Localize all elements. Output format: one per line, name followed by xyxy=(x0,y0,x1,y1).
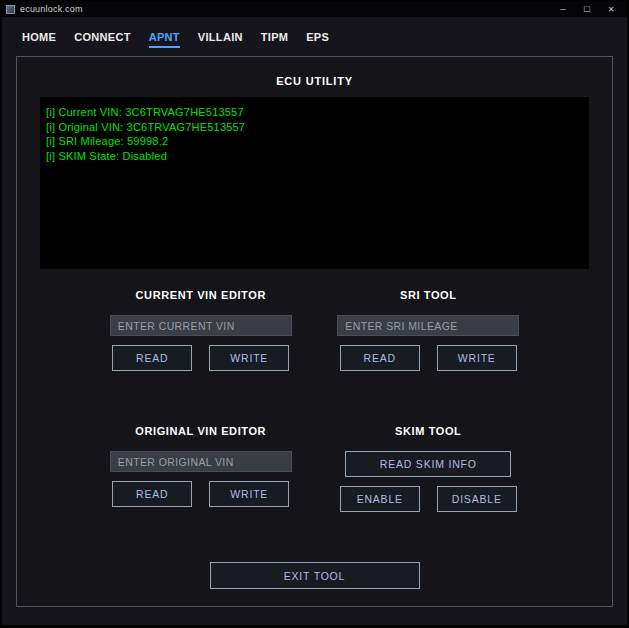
close-button[interactable]: ✕ xyxy=(599,2,623,16)
current-vin-editor-section: CURRENT VIN EDITOR READ WRITE xyxy=(87,289,315,371)
original-vin-editor-title: ORIGINAL VIN EDITOR xyxy=(135,425,266,437)
original-vin-read-button[interactable]: READ xyxy=(112,481,192,507)
tab-villain[interactable]: VILLAIN xyxy=(198,31,243,48)
sri-write-button[interactable]: WRITE xyxy=(437,345,517,371)
skim-tool-title: SKIM TOOL xyxy=(395,425,461,437)
tab-eps[interactable]: EPS xyxy=(306,31,329,48)
console-line-skim-state: [i] SKIM State: Disabled xyxy=(46,149,583,164)
tab-apnt[interactable]: APNT xyxy=(149,31,180,48)
sri-read-button[interactable]: READ xyxy=(340,345,420,371)
original-vin-editor-section: ORIGINAL VIN EDITOR READ WRITE xyxy=(87,425,315,512)
app-icon xyxy=(6,5,15,14)
skim-enable-button[interactable]: ENABLE xyxy=(340,486,420,512)
console-output: [i] Current VIN: 3C6TRVAG7HE513557 [i] O… xyxy=(40,97,589,269)
sri-tool-title: SRI TOOL xyxy=(400,289,457,301)
ecu-utility-panel: ECU UTILITY [i] Current VIN: 3C6TRVAG7HE… xyxy=(16,56,613,607)
exit-tool-button[interactable]: EXIT TOOL xyxy=(210,562,420,589)
console-line-original-vin: [i] Original VIN: 3C6TRVAG7HE513557 xyxy=(46,120,583,135)
title-bar[interactable]: ecuunlock.com ─ ☐ ✕ xyxy=(2,1,627,17)
panel-title: ECU UTILITY xyxy=(17,75,612,87)
sri-tool-section: SRI TOOL READ WRITE xyxy=(315,289,543,371)
sri-mileage-input[interactable] xyxy=(337,315,519,336)
original-vin-input[interactable] xyxy=(110,451,292,472)
original-vin-write-button[interactable]: WRITE xyxy=(209,481,289,507)
app-window: ecuunlock.com ─ ☐ ✕ HOME CONNECT APNT VI… xyxy=(1,0,628,626)
current-vin-read-button[interactable]: READ xyxy=(112,345,192,371)
read-skim-info-button[interactable]: READ SKIM INFO xyxy=(345,451,511,477)
maximize-button[interactable]: ☐ xyxy=(575,2,599,16)
console-line-sri-mileage: [i] SRI Mileage: 59998.2 xyxy=(46,134,583,149)
tools-grid: CURRENT VIN EDITOR READ WRITE SRI TOOL R… xyxy=(17,289,612,512)
skim-tool-section: SKIM TOOL READ SKIM INFO ENABLE DISABLE xyxy=(315,425,543,512)
current-vin-editor-title: CURRENT VIN EDITOR xyxy=(136,289,266,301)
current-vin-write-button[interactable]: WRITE xyxy=(209,345,289,371)
tab-connect[interactable]: CONNECT xyxy=(74,31,131,48)
window-title: ecuunlock.com xyxy=(20,4,551,14)
menu-bar: HOME CONNECT APNT VILLAIN TIPM EPS xyxy=(2,17,627,54)
console-line-current-vin: [i] Current VIN: 3C6TRVAG7HE513557 xyxy=(46,105,583,120)
current-vin-input[interactable] xyxy=(110,315,292,336)
minimize-button[interactable]: ─ xyxy=(551,2,575,16)
tab-tipm[interactable]: TIPM xyxy=(261,31,288,48)
tab-home[interactable]: HOME xyxy=(22,31,56,48)
skim-disable-button[interactable]: DISABLE xyxy=(437,486,517,512)
